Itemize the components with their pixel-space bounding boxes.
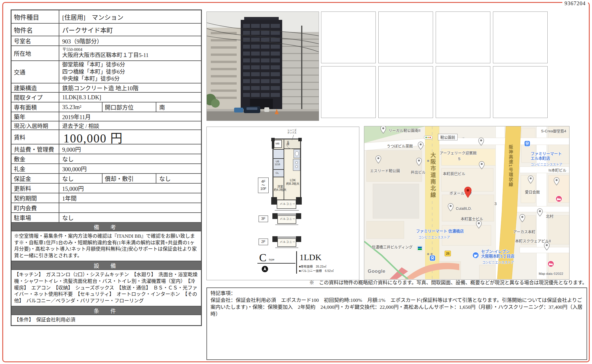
map-label: コンビニエンスストア <box>418 235 450 239</box>
map-label: コンビニエンスストア <box>531 162 562 167</box>
bedroom-label: 洋室 約4.3帖大 <box>274 185 286 191</box>
transit-line-3: 中央線「本町」徒歩6分 <box>62 75 120 83</box>
map-pin-icon <box>554 177 560 187</box>
photo-placeholder-box <box>436 66 490 118</box>
conditions-text: 【条件】 保証会社利用必須 <box>12 315 201 325</box>
row-area-facing: 専有面積 35.23m² 開口部方位 南 <box>12 102 201 112</box>
map-redpin-icon <box>464 186 472 199</box>
photo-placeholder-box <box>493 12 548 63</box>
map-label: ファミリーマート 信濃橋店 <box>416 229 464 234</box>
closet-label: CL <box>276 171 279 174</box>
map-boxed: 靭公園前 <box>438 134 458 140</box>
photo-placeholder-box <box>493 66 548 118</box>
balcony-3f-label: バルコニー <box>280 218 296 220</box>
remarks-header: 備 考 <box>12 223 201 231</box>
row-layout-type: 間取タイプ 1LDK[8.3 LDK] <box>12 93 201 102</box>
map-pin-icon <box>478 138 484 147</box>
map-pin-icon <box>519 214 525 224</box>
address-zip: 〒550-0004 <box>62 47 82 52</box>
row-contract-term: 契約期間 1年間 <box>12 193 201 203</box>
row-common-fee: 共益費・管理費 9,000円 <box>12 144 201 154</box>
remarks-text: ※空室情報・募集条件・案内方法等の確認は『ITANDI BB』で確認をお願い致し… <box>12 231 201 261</box>
map-image: リーガル靭公園南II靭公園前→S-Crea御堂筋4ファミリーマート エル本町店コ… <box>364 126 570 280</box>
doc-number: 9367204 <box>562 0 588 7</box>
map-hotel-icon <box>547 260 554 268</box>
map-road2: 阪神高速1号環状線 <box>508 145 514 187</box>
special-notes-box: 特記事項： 保証会社：保証会社利用必須 エポスカード100 初回契約時:100%… <box>206 287 587 360</box>
row-structure: 建築構造 鉄筋コンクリート造 地上10階 <box>12 83 201 93</box>
map-attr: Map data ©2022 <box>539 272 563 275</box>
floor-plan: シューズ ボックス MB 玄関 UB 1216 CL LDK 約8.3帖大 洋室… <box>206 127 359 280</box>
map-label: アーカス本町 <box>513 230 535 234</box>
photo-placeholder-box <box>321 66 376 118</box>
shoes-box-label: シューズ ボックス <box>287 129 297 134</box>
row-room-number: 号室名 903（9階部分） <box>12 36 201 46</box>
map-pin-icon <box>418 142 424 151</box>
map-number: 3 <box>494 201 497 206</box>
type-letter: C <box>259 251 266 264</box>
map-label: 北村 <box>546 214 553 219</box>
building-photo <box>206 12 319 121</box>
special-notes-body: 保証会社：保証会社利用必須 エポスカード100 初回契約時:100% 月額:1%… <box>210 297 583 317</box>
map-pin-icon <box>476 220 482 230</box>
photo-placeholder-box <box>378 12 433 63</box>
equipment-header: 設 備 <box>12 261 201 270</box>
address-main: 大阪府大阪市西区靱本町１丁目5-11 <box>62 52 149 59</box>
meter-box-label: MB <box>276 142 280 145</box>
map-pin-icon <box>528 176 534 185</box>
map-label: 本町辰巳ビル <box>443 172 465 176</box>
map-label: Is本町ビル <box>549 168 566 173</box>
floors-4-10-badge: 4F ～ 10F <box>258 178 269 193</box>
row-property-name: 物件名 パークサイド本町 <box>12 24 201 36</box>
map-label: コンビニエンスストア <box>482 260 514 264</box>
floor-2f-badge: 2F <box>259 239 268 245</box>
balcony-area-label: ■バルコニー面積 6.52㎡ <box>299 269 334 273</box>
map-metro-icon <box>429 255 436 262</box>
map-markers-layer: リーガル靭公園南II靭公園前→S-Crea御堂筋4ファミリーマート エル本町店コ… <box>364 126 569 279</box>
type-word: type <box>269 258 274 261</box>
unit-bath-label: UB 1216 <box>275 160 280 166</box>
disclaimer-note: ※ この資料は物件の概略紹介資料になります。写真、間取図面、設備、概要などが現況… <box>206 279 587 286</box>
map-label: ファミリーマート エル本町店 <box>531 152 562 161</box>
exclusive-area-label: ■専有面積 35.23㎡ <box>299 265 327 268</box>
map-road: 大阪市道南北線 <box>429 152 437 199</box>
map-label: CulaBLD. <box>456 207 472 211</box>
row-neighborhood-fee: 町内会費 <box>12 203 201 213</box>
row-renewal-fee: 更新料 15,000円 <box>12 184 201 193</box>
photo-placeholder-box <box>436 12 490 63</box>
map-pin-icon <box>479 161 485 171</box>
rent-amount: 100,000 円 <box>59 130 201 144</box>
map-signal-icon <box>424 135 432 140</box>
map-number: 5 <box>458 156 460 161</box>
row-rent: 賃料 100,000 円 <box>12 130 201 144</box>
map-arrow: → <box>461 135 465 139</box>
row-built-year: 築年 2019年11月 <box>12 112 201 121</box>
map-google: Google <box>368 268 386 274</box>
row-property-type: 物件種目 [住居用] マンション <box>12 10 201 24</box>
map-label: セブン-イレブン 大阪靱本町1丁目店 <box>481 249 515 259</box>
row-address: 所在地 〒550-0004 大阪府大阪市西区靱本町１丁目5-11 <box>12 46 201 61</box>
ldk-label: LDK 約8.3帖大 <box>286 179 299 186</box>
row-key-money: 礼金 300,000円 <box>12 164 201 174</box>
map-label: 信濃橋三井ビルディング <box>372 245 413 249</box>
map-label: 井出ビル <box>411 170 426 175</box>
map-pin-icon <box>448 203 454 213</box>
map-metro-icon <box>524 140 530 148</box>
map-shield: 25 <box>445 251 451 256</box>
map-pin-icon <box>537 208 543 218</box>
map-label: S-Crea御堂筋4 <box>541 129 566 134</box>
equipment-text: 【キッチン】 ガスコンロ（2口）・システムキッチン 【水廻り】 洗面台・浴室乾燥… <box>12 270 201 306</box>
map-hotel-icon <box>555 195 562 203</box>
map-label: エスリード靭公園 <box>370 169 400 173</box>
map-label: うつぼビル菜館 <box>387 144 413 148</box>
photo-placeholder-box <box>321 12 376 63</box>
map-famima-icon <box>417 245 423 252</box>
row-deposit: 敷金 なし <box>12 154 201 164</box>
property-table: 物件種目 [住居用] マンション 物件名 パークサイド本町 号室名 903（9階… <box>11 9 202 326</box>
special-notes-title: 特記事項： <box>210 290 583 297</box>
map-pin-icon <box>380 126 386 135</box>
row-parking: 駐車場 なし <box>12 213 201 223</box>
row-guarantee: 保証金 なし 償却・敷引 なし <box>12 174 201 184</box>
transit-line-1: 御堂筋線「本町」徒歩6分 <box>62 61 125 68</box>
map-seven-icon <box>472 252 479 260</box>
